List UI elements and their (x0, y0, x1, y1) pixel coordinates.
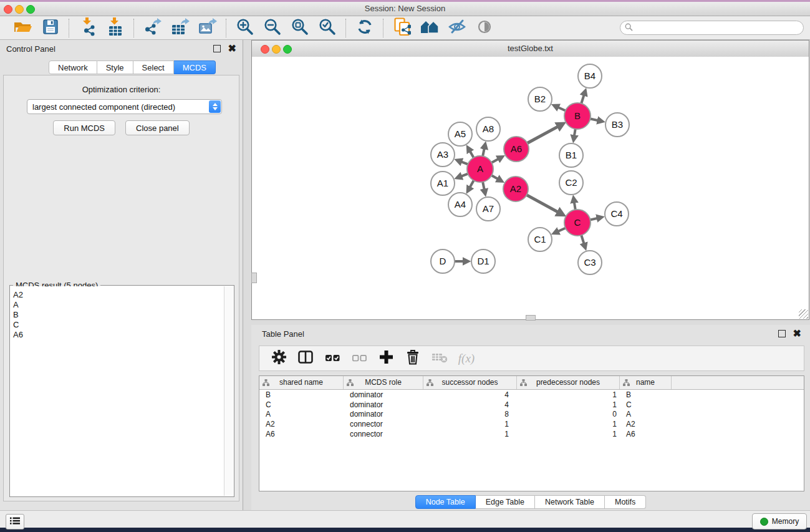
graph-edge-B-B2[interactable] (554, 105, 567, 111)
table-cell[interactable]: A2 (620, 420, 672, 428)
float-panel-icon[interactable] (213, 45, 221, 52)
delete-column-button[interactable] (405, 351, 421, 367)
zoom-window-button[interactable] (26, 5, 35, 14)
graph-edge-B-B4[interactable] (581, 91, 586, 105)
graph-edge-A-A5[interactable] (468, 148, 474, 159)
export-network-button[interactable] (142, 18, 163, 38)
tab-node-table[interactable]: Node Table (415, 495, 476, 509)
table-cell[interactable]: 1 (423, 430, 517, 438)
table-cell[interactable]: A (259, 410, 344, 418)
table-cell[interactable]: A6 (259, 430, 344, 438)
show-all-networks-button[interactable] (419, 18, 440, 38)
table-cell[interactable]: B (620, 390, 672, 399)
column-header-shared-name[interactable]: shared name (259, 376, 344, 389)
import-table-button[interactable] (105, 18, 126, 38)
create-column-button[interactable] (378, 351, 394, 367)
left-resize-gripper[interactable] (251, 273, 257, 283)
graph-edge-A-A8[interactable] (483, 144, 485, 157)
birds-eye-view-button[interactable] (474, 18, 495, 38)
graph-edge-A-A3[interactable] (457, 160, 469, 165)
graph-edge-C-C4[interactable] (589, 217, 602, 220)
import-network-button[interactable] (77, 18, 99, 38)
export-image-button[interactable] (197, 18, 218, 38)
mcds-result-item[interactable]: A6 (13, 330, 224, 340)
graph-edge-A-A1[interactable] (457, 173, 469, 178)
tab-select[interactable]: Select (133, 60, 174, 74)
mcds-result-item[interactable]: C (13, 320, 224, 330)
tab-motifs[interactable]: Motifs (605, 495, 646, 509)
duplicate-network-button[interactable] (392, 18, 413, 38)
tab-style[interactable]: Style (97, 60, 133, 74)
table-cell[interactable]: C (259, 400, 344, 409)
table-cell[interactable]: 8 (423, 410, 517, 418)
tab-network-table[interactable]: Network Table (535, 495, 605, 509)
float-table-panel-icon[interactable] (778, 330, 786, 337)
mcds-result-list[interactable]: A2ABCA6 (10, 286, 224, 496)
graph-edge-A-A6[interactable] (491, 157, 503, 163)
network-minimize-button[interactable] (272, 45, 281, 54)
table-cell[interactable]: dominator (344, 390, 423, 399)
table-cell[interactable]: 1 (517, 390, 620, 399)
zoom-selected-button[interactable] (317, 18, 338, 38)
graph-edge-A2-C[interactable] (526, 195, 562, 215)
network-window-titlebar[interactable]: testGlobe.txt (252, 41, 809, 57)
bottom-resize-gripper[interactable] (526, 315, 536, 321)
close-window-button[interactable] (4, 5, 12, 14)
zoom-in-button[interactable] (234, 18, 256, 38)
toggle-column-view-button[interactable] (297, 351, 314, 367)
mcds-result-item[interactable]: A (13, 300, 224, 310)
graph-edge-C-C2[interactable] (574, 198, 576, 211)
minimize-window-button[interactable] (15, 5, 24, 14)
mcds-result-item[interactable]: A2 (13, 290, 224, 300)
node-table[interactable]: shared nameMCDS rolesuccessor nodesprede… (259, 375, 804, 491)
graph-edge-A-A7[interactable] (483, 181, 485, 194)
table-cell[interactable]: A2 (259, 420, 344, 428)
close-panel-button[interactable]: Close panel (125, 120, 190, 135)
table-cell[interactable]: connector (344, 420, 423, 428)
table-cell[interactable]: dominator (344, 400, 423, 409)
table-row[interactable]: A6connector11A6 (259, 429, 804, 439)
criterion-dropdown[interactable]: largest connected component (directed) (27, 99, 222, 114)
table-cell[interactable]: 0 (517, 410, 620, 418)
memory-button[interactable]: Memory (752, 513, 807, 530)
search-box[interactable] (620, 21, 804, 35)
table-cell[interactable]: C (620, 400, 672, 409)
zoom-out-button[interactable] (262, 18, 283, 38)
show-all-columns-button[interactable] (324, 351, 340, 367)
tab-edge-table[interactable]: Edge Table (476, 495, 535, 509)
graph-edge-A-A2[interactable] (491, 175, 502, 181)
table-cell[interactable]: 4 (423, 390, 517, 399)
network-canvas[interactable]: B4B2BB3A8A5A6A3B1AA1C2A2A4A7C4CC1C3DD1 (252, 57, 809, 319)
open-session-button[interactable] (12, 18, 34, 38)
panel-selector-button[interactable] (6, 514, 24, 530)
hide-all-columns-button[interactable] (351, 351, 367, 367)
close-table-panel-icon[interactable]: ✖ (793, 331, 801, 337)
tab-network[interactable]: Network (49, 60, 97, 74)
mcds-result-item[interactable]: B (13, 310, 224, 320)
table-row[interactable]: Adominator80A (259, 409, 804, 419)
table-cell[interactable]: 1 (517, 430, 620, 438)
graph-edge-B-B3[interactable] (589, 118, 602, 122)
table-cell[interactable]: 1 (423, 420, 517, 428)
save-session-button[interactable] (40, 18, 61, 38)
table-row[interactable]: Cdominator41C (259, 400, 804, 410)
apply-layout-button[interactable] (354, 18, 375, 38)
column-header-successor-nodes[interactable]: successor nodes (423, 376, 517, 389)
table-cell[interactable]: A6 (620, 430, 672, 438)
table-cell[interactable]: dominator (344, 410, 423, 418)
hide-graphics-details-button[interactable] (446, 18, 468, 38)
table-row[interactable]: Bdominator41B (259, 390, 804, 400)
main-titlebar[interactable]: Session: New Session (0, 2, 810, 16)
table-cell[interactable]: connector (344, 430, 423, 438)
corner-resize-handle[interactable] (799, 309, 808, 319)
table-cell[interactable]: 1 (517, 400, 620, 409)
result-scrollbar[interactable] (224, 286, 233, 496)
search-input[interactable] (635, 23, 803, 33)
zoom-fit-button[interactable] (289, 18, 311, 38)
graph-edge-C-C1[interactable] (554, 228, 567, 233)
close-panel-icon[interactable]: ✖ (228, 46, 236, 52)
network-zoom-button[interactable] (283, 45, 292, 54)
column-header-name[interactable]: name (620, 376, 672, 389)
column-header-MCDS-role[interactable]: MCDS role (344, 376, 423, 389)
table-settings-button[interactable] (271, 351, 287, 367)
